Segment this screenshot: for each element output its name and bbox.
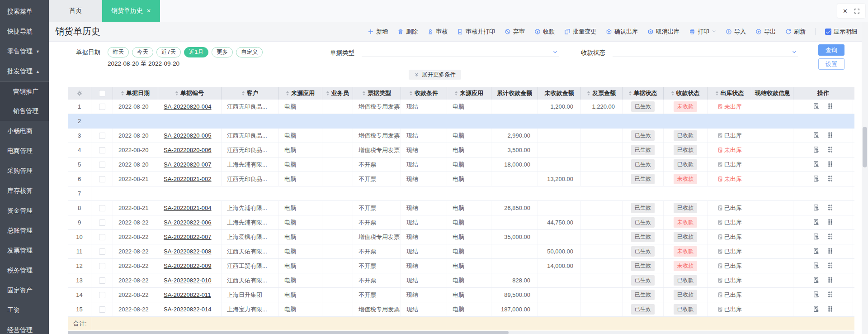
row-select-cell[interactable] <box>91 201 113 215</box>
payment-status-select[interactable] <box>613 47 798 57</box>
view-detail-icon[interactable] <box>813 291 820 299</box>
sidebar-item-7[interactable]: 小畅电商 <box>0 121 49 141</box>
date-pill-昨天[interactable]: 昨天 <box>108 47 129 57</box>
row-select-cell[interactable] <box>91 215 113 229</box>
row-select-cell[interactable] <box>91 157 113 172</box>
table-row[interactable]: 112022-08-22SA-20220822-008江西天佑有限...电脑不开… <box>68 244 854 259</box>
table-row[interactable]: 62022-08-21SA-20220821-002江西无印良品...电脑不开票… <box>68 172 854 186</box>
expand-more-conditions-button[interactable]: 展开更多条件 <box>409 70 461 80</box>
date-pill-自定义[interactable]: 自定义 <box>236 47 263 57</box>
more-actions-icon[interactable] <box>827 103 834 111</box>
view-detail-icon[interactable] <box>813 103 820 111</box>
toolbar-button-confirm-outbound[interactable]: 确认出库 <box>606 28 638 36</box>
sidebar-item-16[interactable]: 工资 <box>0 301 49 320</box>
table-row[interactable]: 7 <box>68 186 854 201</box>
row-select-cell[interactable] <box>91 288 113 302</box>
table-row[interactable]: 132022-08-22SA-20220822-010江西天佑有限...电脑不开… <box>68 273 854 288</box>
close-icon[interactable]: ✕ <box>843 8 848 14</box>
toolbar-button-abandon-audit[interactable]: 弃审 <box>505 28 525 36</box>
more-actions-icon[interactable] <box>827 248 834 256</box>
cell-doc-no[interactable]: SA-20220820-007 <box>158 157 222 172</box>
cell-doc-no[interactable]: SA-20220822-010 <box>158 273 222 287</box>
more-actions-icon[interactable] <box>827 161 834 169</box>
row-checkbox[interactable] <box>99 219 105 226</box>
cell-operations[interactable] <box>793 230 853 244</box>
date-pill-近7天[interactable]: 近7天 <box>156 47 181 57</box>
row-checkbox[interactable] <box>99 162 105 168</box>
toolbar-button-audit-print[interactable]: 审核并打印 <box>457 28 495 36</box>
toolbar-button-print[interactable]: 打印 <box>689 28 716 36</box>
table-row[interactable]: 42022-08-20SA-20220820-006江西无印良品...电脑增值税… <box>68 143 854 157</box>
cell-doc-no[interactable]: SA-20220821-002 <box>158 172 222 186</box>
column-header-14[interactable]: 出库状态 <box>708 87 752 100</box>
column-header-8[interactable]: 来源应用 <box>447 87 491 100</box>
column-header-7[interactable]: 收款条件 <box>401 87 447 100</box>
row-checkbox[interactable] <box>99 205 105 211</box>
cell-operations[interactable] <box>793 172 853 186</box>
more-actions-icon[interactable] <box>827 175 834 183</box>
table-row[interactable]: 32022-08-20SA-20220820-005江西无印良品...电脑增值税… <box>68 129 854 143</box>
table-row[interactable]: 92022-08-22SA-20220822-006上海先浦有限...电脑不开票… <box>68 215 854 230</box>
order-number-link[interactable]: SA-20220820-007 <box>164 161 212 168</box>
cell-doc-no[interactable]: SA-20220822-007 <box>158 230 222 244</box>
toolbar-button-import[interactable]: 导入 <box>726 28 746 36</box>
sidebar-item-9[interactable]: 采购管理 <box>0 161 49 181</box>
more-actions-icon[interactable] <box>827 305 834 314</box>
row-checkbox[interactable] <box>99 277 105 284</box>
table-row[interactable]: 122022-08-22SA-20220822-009江西工贸有限...电脑不开… <box>68 259 854 273</box>
cell-operations[interactable] <box>793 100 853 114</box>
column-header-13[interactable]: 收款状态 <box>664 87 708 100</box>
order-number-link[interactable]: SA-20220820-005 <box>164 132 212 139</box>
table-row[interactable]: 12022-08-20SA-20220820-004江西无印良品...电脑增值税… <box>68 100 854 114</box>
table-row[interactable]: 142022-08-22SA-20220822-011上海日升集团电脑不开票现结… <box>68 288 854 302</box>
show-detail-toggle[interactable]: 显示明细 <box>825 28 857 36</box>
row-checkbox[interactable] <box>99 292 105 298</box>
column-header-2[interactable]: 单据编号 <box>158 87 222 100</box>
row-select-cell[interactable] <box>91 172 113 186</box>
column-header-11[interactable]: 发票金额 <box>581 87 623 100</box>
order-number-link[interactable]: SA-20220821-004 <box>164 205 212 211</box>
order-number-link[interactable]: SA-20220822-006 <box>164 219 212 226</box>
order-number-link[interactable]: SA-20220822-007 <box>164 234 212 240</box>
table-row[interactable]: 2 <box>68 114 854 129</box>
column-header-3[interactable]: 客户 <box>222 87 279 100</box>
view-detail-icon[interactable] <box>813 132 820 140</box>
cell-operations[interactable] <box>793 157 853 172</box>
view-detail-icon[interactable] <box>813 233 820 241</box>
row-checkbox[interactable] <box>99 234 105 240</box>
column-header-12[interactable]: 单据状态 <box>623 87 664 100</box>
row-select-cell[interactable] <box>91 302 113 316</box>
cell-doc-no[interactable]: SA-20220820-006 <box>158 143 222 157</box>
order-number-link[interactable]: SA-20220820-004 <box>164 103 212 110</box>
view-detail-icon[interactable] <box>813 204 820 212</box>
toolbar-button-audit[interactable]: 审核 <box>427 28 448 36</box>
more-actions-icon[interactable] <box>827 132 834 140</box>
order-number-link[interactable]: SA-20220822-011 <box>164 291 211 298</box>
row-checkbox[interactable] <box>99 176 105 182</box>
sidebar-item-15[interactable]: 固定资产 <box>0 281 49 301</box>
column-header-1[interactable]: 单据日期 <box>113 87 158 100</box>
row-checkbox[interactable] <box>99 248 105 255</box>
order-number-link[interactable]: SA-20220821-002 <box>164 176 212 182</box>
toolbar-button-plus[interactable]: 新增 <box>368 28 388 36</box>
view-detail-icon[interactable] <box>813 161 820 169</box>
table-row[interactable]: 102022-08-22SA-20220822-007上海爱枫有限...电脑增值… <box>68 230 854 244</box>
sidebar-item-14[interactable]: 税务管理 <box>0 261 49 281</box>
date-pill-近1月[interactable]: 近1月 <box>184 47 208 57</box>
column-header-5[interactable]: 业务员 <box>322 87 353 100</box>
order-number-link[interactable]: SA-20220822-014 <box>164 306 212 313</box>
view-detail-icon[interactable] <box>813 305 820 314</box>
toolbar-button-batch-change[interactable]: 批量变更 <box>564 28 596 36</box>
table-row[interactable]: 52022-08-20SA-20220820-007上海先浦有限...电脑不开票… <box>68 157 854 172</box>
query-button[interactable]: 查询 <box>818 44 844 56</box>
doc-type-select[interactable] <box>362 47 559 57</box>
order-number-link[interactable]: SA-20220822-008 <box>164 248 212 255</box>
select-all-checkbox[interactable] <box>99 90 105 96</box>
toolbar-button-export[interactable]: 导出 <box>755 28 776 36</box>
sidebar-item-1[interactable]: 搜索菜单 <box>0 2 49 22</box>
row-checkbox[interactable] <box>99 306 105 313</box>
row-select-cell[interactable] <box>91 100 113 114</box>
cell-doc-no[interactable]: SA-20220822-008 <box>158 244 222 258</box>
more-actions-icon[interactable] <box>827 233 834 241</box>
more-actions-icon[interactable] <box>827 262 834 270</box>
